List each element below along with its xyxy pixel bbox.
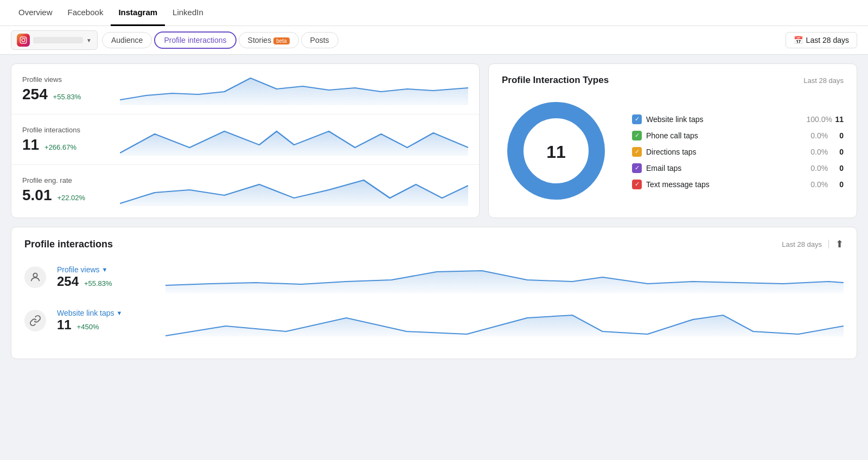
tab-stories[interactable]: Storiesbeta bbox=[239, 32, 299, 48]
legend-pct: 0.0% bbox=[810, 131, 835, 140]
nav-facebook[interactable]: Facebook bbox=[60, 0, 111, 26]
tab-audience[interactable]: Audience bbox=[102, 32, 152, 48]
stat-chart-profile-eng-rate bbox=[120, 174, 468, 206]
main-content: Profile views 254 +55.83% bbox=[0, 55, 868, 368]
stat-label-profile-views: Profile views bbox=[22, 75, 120, 84]
legend-label: Directions taps bbox=[646, 148, 806, 156]
export-icon[interactable]: ⬆ bbox=[835, 238, 844, 250]
account-name-placeholder bbox=[33, 37, 83, 43]
legend-label: Website link taps bbox=[646, 115, 802, 124]
donut-panel: Profile Interaction Types Last 28 days 1… bbox=[488, 63, 857, 218]
stat-info-profile-interactions: Profile interactions 11 +266.67% bbox=[22, 126, 120, 154]
legend-color-icon: ✓ bbox=[632, 147, 642, 157]
legend-color-icon: ✓ bbox=[632, 114, 642, 124]
donut-content: 11 ✓ Website link taps 100.0% 11 ✓ Phone… bbox=[502, 97, 844, 207]
legend-val: 0 bbox=[839, 180, 844, 189]
legend-label: Phone call taps bbox=[646, 131, 806, 140]
metric-change-website-link-taps: +450% bbox=[77, 323, 99, 331]
bottom-title: Profile interactions bbox=[24, 239, 113, 250]
stats-panel: Profile views 254 +55.83% bbox=[11, 63, 480, 218]
beta-badge: beta bbox=[273, 37, 289, 44]
legend-label: Email taps bbox=[646, 164, 806, 173]
nav-linkedin[interactable]: LinkedIn bbox=[165, 0, 211, 26]
stat-label-profile-interactions: Profile interactions bbox=[22, 126, 120, 134]
stat-change-profile-views: +55.83% bbox=[53, 93, 81, 101]
bottom-panel: Profile interactions Last 28 days ⬆ Prof… bbox=[11, 227, 857, 359]
stat-change-profile-interactions: +266.67% bbox=[44, 143, 76, 151]
stat-value-profile-eng-rate: 5.01 bbox=[22, 187, 52, 203]
metric-val-website-link-taps: 11 bbox=[57, 317, 72, 332]
legend-val: 0 bbox=[839, 148, 844, 156]
legend-color-icon: ✓ bbox=[632, 131, 642, 140]
legend-val: 0 bbox=[839, 164, 844, 173]
chevron-down-icon: ▼ bbox=[86, 37, 92, 43]
metric-info-website-link-taps: Website link taps ▼ 11 +450% bbox=[57, 309, 155, 333]
instagram-icon bbox=[17, 34, 30, 47]
account-selector[interactable]: ▼ bbox=[11, 30, 98, 50]
svg-point-2 bbox=[24, 38, 25, 39]
tab-posts[interactable]: Posts bbox=[301, 32, 339, 48]
metric-row-profile-views: Profile views ▼ 254 +55.83% bbox=[24, 261, 844, 293]
sub-nav: ▼ Audience Profile interactions Storiesb… bbox=[0, 26, 868, 55]
calendar-icon: 📅 bbox=[794, 36, 803, 44]
metric-icon-profile-views bbox=[24, 266, 46, 288]
stat-row-profile-eng-rate: Profile eng. rate 5.01 +22.02% bbox=[11, 165, 479, 215]
metric-val-profile-views: 254 bbox=[57, 274, 79, 289]
stat-value-profile-views: 254 bbox=[22, 86, 48, 103]
legend-item: ✓ Directions taps 0.0% 0 bbox=[632, 147, 844, 157]
stat-label-profile-eng-rate: Profile eng. rate bbox=[22, 176, 120, 184]
nav-instagram[interactable]: Instagram bbox=[111, 0, 165, 26]
donut-chart: 11 bbox=[502, 97, 610, 207]
top-nav: Overview Facebook Instagram LinkedIn bbox=[0, 0, 868, 26]
legend-item: ✓ Email taps 0.0% 0 bbox=[632, 163, 844, 173]
metric-icon-website-link-taps bbox=[24, 310, 46, 331]
stat-info-profile-views: Profile views 254 +55.83% bbox=[22, 75, 120, 103]
metric-name-website-link-taps[interactable]: Website link taps ▼ bbox=[57, 309, 155, 317]
legend-color-icon: ✓ bbox=[632, 180, 642, 189]
legend-pct: 0.0% bbox=[810, 148, 835, 156]
donut-center-value: 11 bbox=[546, 142, 566, 162]
svg-point-5 bbox=[33, 273, 37, 277]
legend-val: 0 bbox=[839, 131, 844, 140]
legend-item: ✓ Phone call taps 0.0% 0 bbox=[632, 131, 844, 140]
date-picker[interactable]: 📅 Last 28 days bbox=[786, 32, 857, 48]
svg-point-1 bbox=[22, 39, 25, 42]
tab-profile-interactions[interactable]: Profile interactions bbox=[154, 31, 236, 49]
metric-change-profile-views: +55.83% bbox=[84, 279, 112, 288]
legend-val: 11 bbox=[835, 115, 844, 124]
stat-chart-profile-interactions bbox=[120, 123, 468, 156]
legend-label: Text message taps bbox=[646, 180, 806, 189]
divider bbox=[828, 240, 829, 248]
bottom-date-range: Last 28 days bbox=[782, 240, 822, 248]
nav-overview[interactable]: Overview bbox=[11, 0, 60, 26]
date-picker-label: Last 28 days bbox=[806, 36, 849, 44]
chevron-icon: ▼ bbox=[102, 266, 108, 273]
metric-row-website-link-taps: Website link taps ▼ 11 +450% bbox=[24, 304, 844, 337]
svg-rect-0 bbox=[20, 37, 27, 43]
legend-color-icon: ✓ bbox=[632, 163, 642, 173]
stat-info-profile-eng-rate: Profile eng. rate 5.01 +22.02% bbox=[22, 176, 120, 204]
tab-buttons: Audience Profile interactions Storiesbet… bbox=[102, 31, 339, 49]
legend-pct: 0.0% bbox=[810, 164, 835, 173]
stat-row-profile-views: Profile views 254 +55.83% bbox=[11, 64, 479, 114]
legend: ✓ Website link taps 100.0% 11 ✓ Phone ca… bbox=[632, 114, 844, 189]
legend-item: ✓ Text message taps 0.0% 0 bbox=[632, 180, 844, 189]
legend-item: ✓ Website link taps 100.0% 11 bbox=[632, 114, 844, 124]
metric-name-profile-views[interactable]: Profile views ▼ bbox=[57, 265, 155, 274]
stat-chart-profile-views bbox=[120, 73, 468, 105]
metric-chart-profile-views bbox=[165, 261, 844, 293]
stat-row-profile-interactions: Profile interactions 11 +266.67% bbox=[11, 114, 479, 165]
legend-pct: 0.0% bbox=[810, 180, 835, 189]
chevron-icon-2: ▼ bbox=[117, 310, 123, 316]
donut-title: Profile Interaction Types bbox=[502, 75, 609, 86]
metric-info-profile-views: Profile views ▼ 254 +55.83% bbox=[57, 265, 155, 289]
metric-chart-website-link-taps bbox=[165, 304, 844, 337]
top-row: Profile views 254 +55.83% bbox=[11, 63, 857, 218]
bottom-header: Profile interactions Last 28 days ⬆ bbox=[24, 238, 844, 250]
legend-pct: 100.0% bbox=[806, 115, 831, 124]
bottom-header-right: Last 28 days ⬆ bbox=[782, 238, 844, 250]
donut-date: Last 28 days bbox=[803, 76, 844, 85]
stat-value-profile-interactions: 11 bbox=[22, 136, 39, 153]
donut-header: Profile Interaction Types Last 28 days bbox=[502, 75, 844, 86]
stat-change-profile-eng-rate: +22.02% bbox=[57, 194, 85, 202]
